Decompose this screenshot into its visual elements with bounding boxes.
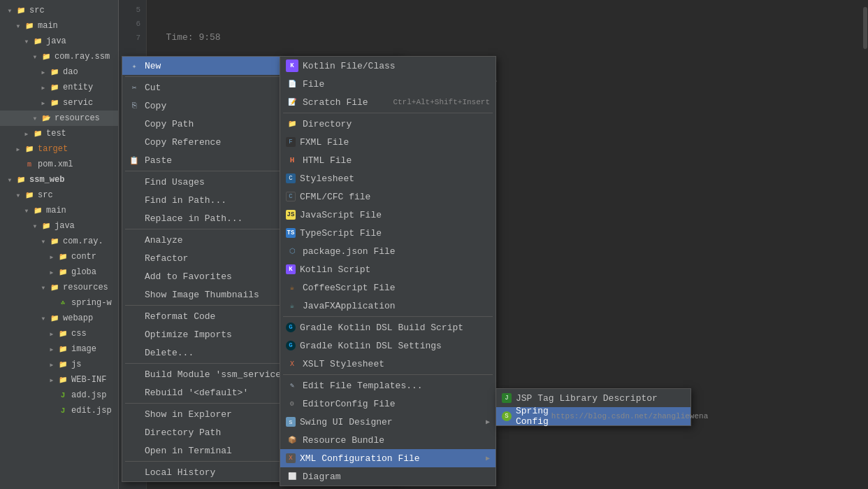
submenu-label-file: File — [303, 79, 490, 90]
tree-label: src — [29, 6, 45, 15]
tree-arrow: ▶ — [48, 376, 56, 384]
submenu-editorconfig[interactable]: ⚙ EditorConfig File — [280, 395, 496, 413]
javafx-icon: ☕ — [286, 299, 298, 312]
submenu-label-swing: Swing UI Designer — [300, 417, 483, 427]
reformat-icon — [128, 310, 140, 323]
xml-icon: m — [24, 159, 35, 170]
tree-arrow: ▶ — [39, 83, 48, 92]
submenu-sep-1 — [283, 113, 493, 113]
submenu-xml-config[interactable]: X XML Configuration File ▶ — [280, 449, 496, 467]
tree-item-java[interactable]: ▼ 📁 java — [0, 34, 118, 49]
tree-item-css[interactable]: ▶ 📁 css — [0, 326, 118, 341]
tree-item-webinf[interactable]: ▶ 📁 WEB-INF — [0, 372, 118, 388]
submenu-pkg-json[interactable]: ⬡ package.json File — [280, 242, 496, 260]
tree-arrow: ▼ — [14, 191, 22, 199]
subsubmenu-label-jsp-tld: JSP Tag Library Descriptor — [516, 393, 658, 404]
folder-icon: 📁 — [57, 374, 68, 385]
tree-label: WEB-INF — [71, 375, 106, 385]
tree-item-main2[interactable]: ▼ 📁 main — [0, 203, 118, 218]
tree-item-spring-w[interactable]: ▶ ☘ spring-w — [0, 295, 118, 311]
copy-path-icon — [128, 118, 140, 130]
tree-item-test[interactable]: ▶ 📁 test — [0, 126, 118, 141]
submenu-fxml[interactable]: F FXML File — [280, 133, 496, 151]
editor-scrollbar[interactable] — [862, 0, 868, 489]
submenu-html[interactable]: H HTML File — [280, 151, 496, 169]
submenu-kotlin-script[interactable]: K Kotlin Script — [280, 260, 496, 278]
tree-arrow: ▶ — [39, 68, 48, 76]
submenu-css[interactable]: C Stylesheet — [280, 169, 496, 187]
submenu-xslt[interactable]: X XSLT Stylesheet — [280, 355, 496, 373]
tree-item-image[interactable]: ▶ 📁 image — [0, 341, 118, 357]
refactor-icon — [128, 252, 140, 264]
submenu-gradle-settings[interactable]: G Gradle Kotlin DSL Settings — [280, 336, 496, 355]
tree-item-globa[interactable]: ▶ 📁 globa — [0, 264, 118, 280]
submenu-coffee[interactable]: ☕ CoffeeScript File — [280, 278, 496, 297]
submenu-resource-bundle[interactable]: 📦 Resource Bundle — [280, 431, 496, 449]
submenu-swing[interactable]: S Swing UI Designer ▶ — [280, 413, 496, 431]
spring-url: https://blog.csdn.net/zhangliewena — [551, 412, 708, 420]
delete-icon — [128, 346, 140, 359]
tree-item-ssm-web[interactable]: ▼ 📁 ssm_web — [0, 172, 118, 187]
tree-item-entity[interactable]: ▶ 📁 entity — [0, 80, 118, 95]
kotlin-icon: K — [286, 59, 298, 72]
pkg-icon: ⬡ — [286, 245, 298, 257]
tree-item-com-ray-ssm[interactable]: ▼ 📁 com.ray.ssm — [0, 49, 118, 64]
submenu-label-coffee: CoffeeScript File — [303, 283, 490, 293]
tree-arrow: ▼ — [31, 222, 39, 230]
tree-item-resources[interactable]: ▼ 📂 resources — [0, 111, 118, 126]
submenu-js[interactable]: JS JavaScript File — [280, 206, 496, 224]
tree-item-src[interactable]: ▼ 📁 src — [0, 3, 118, 18]
gradle-build-icon: G — [286, 323, 296, 332]
tree-arrow: ▼ — [6, 176, 14, 184]
submenu-label-editorconfig: EditorConfig File — [303, 399, 490, 409]
code-line-5: Time: 9:58 — [155, 31, 861, 45]
diagram-icon: ⬜ — [286, 470, 298, 483]
tree-item-add-jsp[interactable]: ▶ J add.jsp — [0, 388, 118, 403]
tree-item-js[interactable]: ▶ 📁 js — [0, 357, 118, 372]
tree-arrow: ▼ — [31, 114, 39, 122]
tree-label: image — [71, 344, 96, 354]
folder-icon: 📁 — [49, 97, 60, 108]
submenu-ts[interactable]: TS TypeScript File — [280, 224, 496, 242]
submenu-edit-templates[interactable]: ✎ Edit File Templates... — [280, 376, 496, 395]
tree-item-java2[interactable]: ▼ 📁 java — [0, 218, 118, 234]
submenu-diagram[interactable]: ⬜ Diagram — [280, 467, 496, 486]
tree-item-edit-jsp[interactable]: ▶ J edit.jsp — [0, 403, 118, 418]
submenu-label-fxml: FXML File — [300, 137, 490, 148]
submenu-cfml[interactable]: C CFML/CFC file — [280, 187, 496, 206]
submenu-kotlin-file[interactable]: K Kotlin File/Class — [280, 57, 496, 75]
ts-icon: TS — [286, 228, 296, 238]
submenu-javafx[interactable]: ☕ JavaFXApplication — [280, 297, 496, 315]
jsp-icon: J — [57, 390, 68, 401]
subsubmenu-spring-config[interactable]: S Spring Config https://blog.csdn.net/zh… — [496, 407, 690, 425]
submenu-gradle-build[interactable]: G Gradle Kotlin DSL Build Script — [280, 318, 496, 336]
submenu-label-xml-config: XML Configuration File — [300, 453, 483, 464]
tree-arrow: ▼ — [22, 206, 31, 215]
tree-item-src2[interactable]: ▼ 📁 src — [0, 187, 118, 203]
tree-item-target[interactable]: ▶ 📁 target — [0, 141, 118, 157]
subsubmenu-jsp-tld[interactable]: J JSP Tag Library Descriptor — [496, 389, 690, 407]
tree-item-pom-xml[interactable]: ▶ m pom.xml — [0, 157, 118, 172]
tree-label: dao — [63, 67, 78, 77]
tree-item-com-ray[interactable]: ▼ 📁 com.ray. — [0, 234, 118, 249]
tree-item-webapp[interactable]: ▼ 📁 webapp — [0, 311, 118, 326]
folder-icon: 📁 — [49, 66, 60, 78]
kotlin-script-icon: K — [286, 264, 296, 274]
submenu-label-kotlin: Kotlin File/Class — [303, 61, 490, 71]
editorconfig-icon: ⚙ — [286, 397, 298, 410]
submenu-file[interactable]: 📄 File — [280, 75, 496, 93]
tree-item-dao[interactable]: ▶ 📁 dao — [0, 64, 118, 80]
tree-item-main[interactable]: ▼ 📁 main — [0, 18, 118, 34]
fxml-icon: F — [286, 137, 296, 147]
tree-label: main — [46, 206, 66, 215]
submenu-label-directory: Directory — [303, 119, 490, 129]
history-icon — [128, 466, 140, 479]
tree-item-resources2[interactable]: ▼ 📁 resources — [0, 280, 118, 295]
submenu-directory[interactable]: 📁 Directory — [280, 115, 496, 133]
tree-item-contr[interactable]: ▶ 📁 contr — [0, 249, 118, 264]
submenu-label-resource: Resource Bundle — [303, 435, 490, 446]
tree-label: add.jsp — [71, 390, 106, 400]
folder-icon: 📁 — [24, 190, 35, 201]
submenu-scratch[interactable]: 📝 Scratch File Ctrl+Alt+Shift+Insert — [280, 93, 496, 111]
tree-item-servic[interactable]: ▶ 📁 servic — [0, 95, 118, 111]
